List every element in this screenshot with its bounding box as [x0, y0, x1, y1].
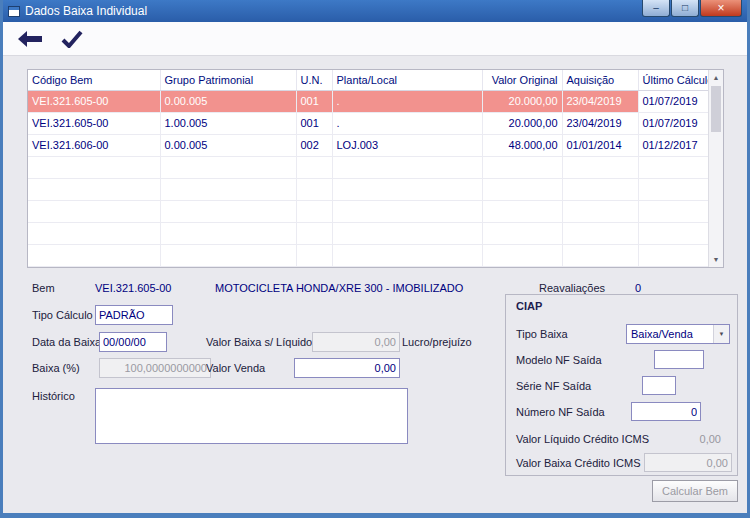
assets-grid: Código Bem Grupo Patrimonial U.N. Planta… — [27, 69, 724, 268]
chevron-down-icon: ▼ — [713, 325, 729, 343]
window-controls: – □ × — [641, 0, 747, 17]
historico-textarea[interactable] — [95, 388, 408, 444]
tipo-calculo-input[interactable] — [95, 305, 173, 325]
vertical-scrollbar: ▲ ▼ — [708, 70, 723, 267]
modelo-nf-input[interactable] — [654, 350, 704, 369]
check-icon — [61, 30, 83, 48]
valor-baixa-input — [312, 332, 400, 352]
table-row-empty — [28, 244, 709, 266]
bem-description: MOTOCICLETA HONDA/XRE 300 - IMOBILIZADO — [215, 282, 463, 294]
historico-label: Histórico — [32, 390, 75, 402]
maximize-icon: □ — [682, 3, 688, 13]
valor-liquido-icms-value: 0,00 — [700, 433, 721, 445]
col-header-un[interactable]: U.N. — [296, 70, 332, 90]
table-row-empty — [28, 222, 709, 244]
reavaliacoes-label: Reavaliações — [539, 282, 605, 294]
maximize-button[interactable]: □ — [671, 0, 699, 17]
col-header-planta-local[interactable]: Planta/Local — [332, 70, 482, 90]
baixa-pct-input — [99, 358, 211, 378]
back-button[interactable] — [13, 25, 47, 53]
table-row[interactable]: VEI.321.606-00 0.00.005 002 LOJ.003 48.0… — [28, 134, 709, 156]
valor-venda-input[interactable] — [294, 358, 400, 378]
table-row-empty — [28, 178, 709, 200]
table-row[interactable]: VEI.321.605-00 1.00.005 001 . 20.000,00 … — [28, 112, 709, 134]
scrollbar-thumb[interactable] — [711, 86, 721, 132]
numero-nf-input[interactable] — [631, 402, 701, 421]
bem-code-value: VEI.321.605-00 — [95, 282, 171, 294]
titlebar[interactable]: Dados Baixa Individual – □ × — [3, 0, 747, 22]
tipo-calculo-label: Tipo Cálculo — [32, 309, 93, 321]
serie-nf-input[interactable] — [642, 376, 676, 395]
reavaliacoes-value: 0 — [635, 282, 641, 294]
valor-baixa-label: Valor Baixa s/ Líquido — [206, 336, 312, 348]
valor-baixa-icms-label: Valor Baixa Crédito ICMS — [516, 457, 641, 469]
tipo-baixa-value: Baixa/Venda — [631, 328, 693, 340]
dialog-dados-baixa-individual: Dados Baixa Individual – □ × — [0, 0, 750, 518]
client-area: Código Bem Grupo Patrimonial U.N. Planta… — [3, 56, 747, 513]
valor-baixa-icms-input — [644, 453, 732, 472]
scrollbar-track — [709, 132, 723, 252]
data-baixa-label: Data da Baixa — [32, 336, 101, 348]
ciap-groupbox: CIAP Tipo Baixa Baixa/Venda ▼ Modelo NF … — [505, 294, 738, 476]
valor-venda-label: Valor Venda — [206, 362, 265, 374]
back-arrow-icon — [17, 30, 43, 48]
toolbar — [3, 22, 747, 56]
serie-nf-label: Série NF Saída — [516, 380, 591, 392]
col-header-grupo-patrimonial[interactable]: Grupo Patrimonial — [160, 70, 296, 90]
ciap-title: CIAP — [516, 300, 542, 312]
scroll-up-button[interactable]: ▲ — [709, 70, 723, 85]
scroll-down-button[interactable]: ▼ — [709, 252, 723, 267]
valor-liquido-icms-label: Valor Líquido Crédito ICMS — [516, 433, 649, 445]
close-button[interactable]: × — [700, 0, 742, 17]
close-icon: × — [717, 2, 724, 14]
lucro-prejuizo-label: Lucro/prejuízo — [402, 336, 472, 348]
table-row-empty — [28, 200, 709, 222]
calcular-bem-button[interactable]: Calcular Bem — [652, 480, 738, 502]
modelo-nf-label: Modelo NF Saída — [516, 354, 602, 366]
tipo-baixa-label: Tipo Baixa — [516, 328, 568, 340]
baixa-pct-label: Baixa (%) — [32, 362, 80, 374]
col-header-aquisicao[interactable]: Aquisição — [562, 70, 638, 90]
col-header-ultimo-calculo[interactable]: Último Cálculo — [638, 70, 709, 90]
window-title: Dados Baixa Individual — [25, 4, 147, 18]
bem-label: Bem — [32, 282, 55, 294]
table-row-empty — [28, 156, 709, 178]
tipo-baixa-select[interactable]: Baixa/Venda ▼ — [626, 324, 730, 344]
table-row[interactable]: VEI.321.605-00 0.00.005 001 . 20.000,00 … — [28, 90, 709, 112]
app-icon — [8, 6, 20, 17]
data-baixa-input[interactable] — [99, 332, 167, 352]
table-header-row: Código Bem Grupo Patrimonial U.N. Planta… — [28, 70, 709, 90]
minimize-icon: – — [653, 3, 659, 13]
minimize-button[interactable]: – — [642, 0, 670, 17]
confirm-button[interactable] — [55, 25, 89, 53]
numero-nf-label: Número NF Saída — [516, 406, 605, 418]
col-header-valor-original[interactable]: Valor Original — [482, 70, 562, 90]
assets-table: Código Bem Grupo Patrimonial U.N. Planta… — [28, 70, 710, 267]
col-header-codigo-bem[interactable]: Código Bem — [28, 70, 160, 90]
